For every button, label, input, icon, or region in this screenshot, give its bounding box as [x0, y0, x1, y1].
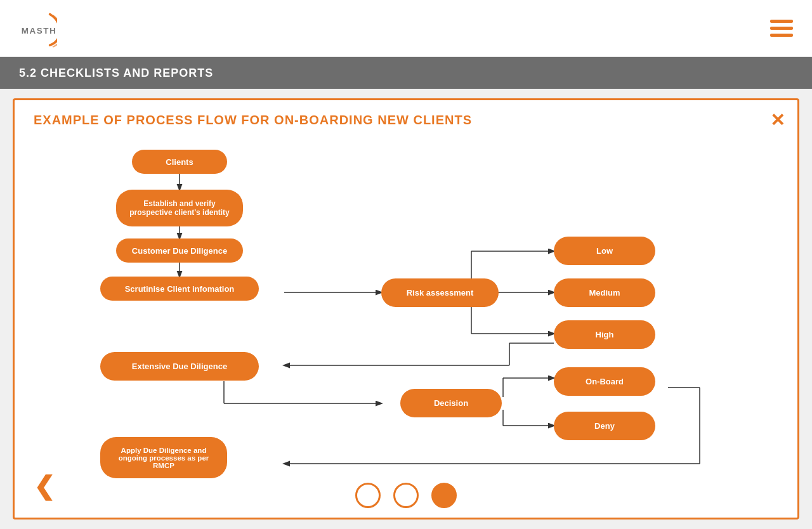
node-decision: Decision [400, 389, 502, 417]
hamburger-button[interactable] [770, 20, 793, 37]
node-establish: Establish and verify prospective client'… [116, 190, 243, 226]
card: EXAMPLE OF PROCESS FLOW FOR ON-BOARDING … [13, 98, 799, 519]
node-extensive-dd: Extensive Due Diligence [100, 352, 259, 381]
node-cdd: Customer Due Diligence [116, 238, 243, 263]
node-low: Low [554, 237, 655, 265]
svg-text:MASTHEAD: MASTHEAD [22, 25, 57, 35]
card-title: EXAMPLE OF PROCESS FLOW FOR ON-BOARDING … [34, 113, 778, 127]
node-scrutinise: Scrutinise Client infomation [100, 277, 259, 301]
node-medium: Medium [554, 278, 655, 307]
main-content: EXAMPLE OF PROCESS FLOW FOR ON-BOARDING … [0, 89, 812, 529]
node-deny: Deny [554, 412, 655, 440]
header: MASTHEAD [0, 0, 812, 57]
node-high: High [554, 320, 655, 349]
nav-dot-3[interactable] [431, 483, 457, 508]
hamburger-icon[interactable] [770, 20, 793, 37]
prev-button[interactable]: ❮ [34, 473, 55, 499]
nav-area: ❮ [15, 483, 797, 508]
close-button[interactable]: ✕ [770, 110, 785, 131]
nav-dot-2[interactable] [393, 483, 419, 508]
masthead-logo: MASTHEAD [19, 10, 57, 48]
section-title: 5.2 CHECKLISTS AND REPORTS [19, 67, 213, 80]
node-clients: Clients [132, 150, 227, 174]
node-risk-assessment: Risk assessment [381, 278, 499, 307]
flow-diagram: Clients Establish and verify prospective… [34, 140, 778, 469]
nav-dot-1[interactable] [355, 483, 381, 508]
logo-area: MASTHEAD [19, 10, 57, 48]
node-onboard: On-Board [554, 367, 655, 396]
section-bar: 5.2 CHECKLISTS AND REPORTS [0, 57, 812, 89]
node-apply-dd: Apply Due Diligence and ongoing processe… [100, 437, 227, 478]
